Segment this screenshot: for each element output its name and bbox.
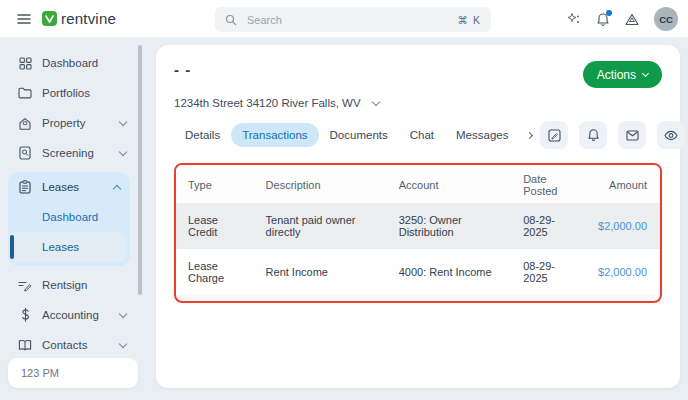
sidebar-item-contacts[interactable]: Contacts [0, 330, 150, 360]
ai-sparkle-icon[interactable] [567, 12, 581, 26]
clipboard-icon [18, 180, 32, 194]
sidebar-item-portfolios[interactable]: Portfolios [0, 78, 150, 108]
sidebar-item-screening[interactable]: Screening [0, 138, 150, 168]
cell-type: Lease Charge [176, 249, 256, 295]
tab-messages[interactable]: Messages [445, 123, 519, 147]
sidebar-item-leases[interactable]: Leases [8, 172, 130, 202]
table-row[interactable]: Lease Charge Rent Income 4000: Rent Inco… [176, 249, 660, 295]
rentvine-logo-icon [42, 11, 57, 26]
document-search-icon [18, 146, 32, 160]
search-input[interactable] [245, 13, 450, 27]
grid-icon [18, 57, 32, 70]
cell-amount-link[interactable]: $2,000.00 [588, 249, 660, 295]
signature-icon [18, 279, 32, 292]
footer-time-label: 123 PM [21, 367, 59, 379]
actions-button-label: Actions [597, 68, 636, 82]
top-bar: rentvine ⌘ K CC [0, 0, 688, 38]
search-shortcut-hint: ⌘ K [458, 14, 481, 26]
column-header-description[interactable]: Description [256, 165, 389, 203]
edit-note-button[interactable] [540, 121, 568, 149]
column-header-type[interactable]: Type [176, 165, 256, 203]
sidebar: Dashboard Portfolios Property Screening … [0, 38, 150, 400]
sidebar-item-label: Portfolios [42, 87, 90, 99]
notification-dot [606, 10, 612, 16]
column-header-amount[interactable]: Amount [588, 165, 660, 203]
sidebar-item-label: Accounting [42, 309, 99, 321]
chevron-down-icon [119, 117, 127, 125]
watch-eye-button[interactable] [657, 121, 685, 149]
column-header-account[interactable]: Account [389, 165, 513, 203]
cell-description: Tenant paid owner directly [256, 203, 389, 249]
dollar-icon [18, 308, 32, 322]
sidebar-item-accounting[interactable]: Accounting [0, 300, 150, 330]
transactions-table-highlight: Type Description Account Date Posted Amo… [174, 163, 662, 303]
actions-button[interactable]: Actions [583, 61, 662, 88]
sidebar-item-property[interactable]: Property [0, 108, 150, 138]
page-title: - - [174, 61, 191, 78]
email-button[interactable] [618, 121, 646, 149]
sidebar-subitem-label: Leases [42, 241, 79, 253]
book-icon [18, 339, 32, 351]
cell-account: 3250: Owner Distribution [389, 203, 513, 249]
pyramid-icon[interactable] [625, 13, 639, 26]
cell-description: Rent Income [256, 249, 389, 295]
hamburger-menu-icon[interactable] [17, 13, 31, 25]
chevron-down-icon [119, 309, 127, 317]
table-row[interactable]: Lease Credit Tenant paid owner directly … [176, 203, 660, 249]
tab-chat[interactable]: Chat [399, 123, 445, 147]
cell-date-posted: 08-29-2025 [513, 203, 588, 249]
more-tabs-chevron-icon[interactable] [519, 133, 540, 138]
cell-amount-link[interactable]: $2,000.00 [588, 203, 660, 249]
sidebar-item-label: Contacts [42, 339, 87, 351]
sidebar-item-leases-dashboard[interactable]: Dashboard [8, 202, 130, 232]
sidebar-footer-time: 123 PM [8, 358, 138, 388]
tab-bar: Details Transactions Documents Chat Mess… [174, 121, 662, 149]
sidebar-item-rentsign[interactable]: Rentsign [0, 270, 150, 300]
transactions-table: Type Description Account Date Posted Amo… [176, 165, 660, 295]
house-icon [18, 117, 32, 130]
notifications-bell-icon[interactable] [596, 12, 610, 27]
tab-details[interactable]: Details [174, 123, 231, 147]
chevron-up-icon [113, 184, 121, 192]
sidebar-item-leases-leases[interactable]: Leases [10, 232, 126, 262]
chevron-down-icon [119, 147, 127, 155]
reminder-bell-button[interactable] [579, 121, 607, 149]
tab-documents[interactable]: Documents [319, 123, 399, 147]
cell-type: Lease Credit [176, 203, 256, 249]
address-dropdown-chevron-icon[interactable] [371, 98, 379, 106]
table-header-row: Type Description Account Date Posted Amo… [176, 165, 660, 203]
sidebar-item-label: Dashboard [42, 57, 98, 69]
sidebar-item-label: Leases [42, 181, 79, 193]
sidebar-group-leases: Leases Dashboard Leases [8, 172, 130, 266]
cell-account: 4000: Rent Income [389, 249, 513, 295]
logo-text: rentvine [61, 10, 116, 27]
lease-detail-card: - - Actions 1234th Street 34120 River Fa… [156, 45, 680, 388]
chevron-down-icon [642, 70, 649, 77]
sidebar-item-label: Rentsign [42, 279, 87, 291]
sidebar-scrollbar[interactable] [138, 45, 142, 295]
folder-icon [18, 87, 32, 99]
sidebar-item-label: Screening [42, 147, 94, 159]
search-icon [225, 14, 237, 26]
tab-transactions[interactable]: Transactions [231, 123, 318, 147]
rentvine-logo[interactable]: rentvine [42, 10, 116, 27]
cell-date-posted: 08-29-2025 [513, 249, 588, 295]
sidebar-subitem-label: Dashboard [42, 211, 98, 223]
sidebar-item-dashboard[interactable]: Dashboard [0, 48, 150, 78]
user-avatar[interactable]: CC [654, 7, 678, 31]
global-search[interactable]: ⌘ K [215, 7, 491, 32]
sidebar-item-label: Property [42, 117, 85, 129]
column-header-date-posted[interactable]: Date Posted [513, 165, 588, 203]
chevron-down-icon [119, 339, 127, 347]
property-address: 1234th Street 34120 River Falls, WV [174, 97, 361, 109]
